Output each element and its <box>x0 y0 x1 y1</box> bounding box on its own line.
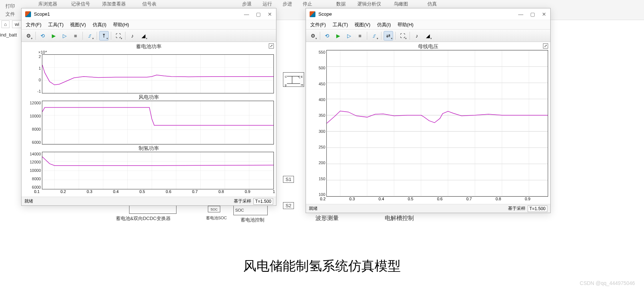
csdn-watermark: CSDN @qq_444975046 <box>580 280 635 286</box>
cursor-button[interactable]: ⇄ <box>384 31 393 40</box>
plot-canvas[interactable] <box>326 50 548 197</box>
maximize-button[interactable]: ▢ <box>256 12 261 17</box>
step-button[interactable]: ▷ <box>60 31 69 40</box>
stop-button[interactable]: ■ <box>71 31 80 40</box>
menu-simulation[interactable]: 仿真(I) <box>377 22 391 28</box>
scope2-plot-area: ⤢ 母线电压5505004504003503002502001501000.20… <box>306 42 550 204</box>
soc-label: 蓄电池SOC <box>206 215 227 221</box>
y-axis: 550500450400350300250200150100 <box>308 50 326 197</box>
scope1-title: Scope1 <box>34 11 244 17</box>
subplot-title: 母线电压 <box>308 43 548 50</box>
run-button[interactable]: ▶ <box>333 31 343 40</box>
menu-view[interactable]: 视图(V) <box>354 22 370 28</box>
model-browser-path: ⌂ wi <box>0 20 23 31</box>
config-button[interactable]: ⚙ <box>308 31 318 40</box>
logic-analyzer: 逻辑分析仪 <box>357 1 381 7</box>
highlight-button[interactable]: ◢ <box>139 31 148 40</box>
autoscale-button[interactable]: ⛶ <box>398 31 407 40</box>
svg-text:E: E <box>301 75 303 78</box>
subplot-title: 制氢功率 <box>24 145 274 152</box>
menu-simulation[interactable]: 仿真(I) <box>93 22 106 28</box>
x-axis: 0.10.20.30.40.50.60.70.80.91 <box>24 189 274 195</box>
scope2-menubar: 文件(F) 工具(T) 视图(V) 仿真(I) 帮助(H) <box>306 20 550 30</box>
print-label: 打印 <box>5 3 15 9</box>
svg-text:g: g <box>285 83 286 86</box>
scope2-title: Scope <box>318 11 518 17</box>
status-ready: 就绪 <box>24 198 33 204</box>
maximize-button[interactable]: ▢ <box>530 12 535 17</box>
menu-file[interactable]: 文件(F) <box>26 22 42 28</box>
x-axis: 0.20.30.40.50.60.70.80.9 <box>308 197 548 202</box>
measurements-button[interactable]: ♪ <box>412 31 422 40</box>
stop-button[interactable]: ■ <box>355 31 365 40</box>
scope1-titlebar[interactable]: Scope1 — ▢ ✕ <box>22 8 276 20</box>
subplot-title: 蓄电池功率 <box>24 43 274 50</box>
subplot: 风电功率120001000080006000 <box>24 94 274 144</box>
plot-canvas[interactable] <box>42 152 274 189</box>
batt-ctrl-label: 蓄电池控制 <box>241 217 264 223</box>
close-button[interactable]: ✕ <box>542 12 547 17</box>
cursor-button[interactable]: ⤒ <box>99 31 109 40</box>
scope1-toolbar: ⚙ ⟲ ▶ ▷ ■ ⎎ ⤒ ⛶ ♪ ◢ <box>22 30 276 42</box>
minimize-button[interactable]: — <box>518 12 523 17</box>
status-sample: 基于采样 <box>234 198 251 204</box>
status-ready: 就绪 <box>309 205 318 212</box>
log-signal: 记录信号 <box>71 1 90 7</box>
scope2-window: Scope — ▢ ✕ 文件(F) 工具(T) 视图(V) 仿真(I) 帮助(H… <box>306 8 551 213</box>
config-button[interactable]: ⚙ <box>24 31 33 40</box>
waveform-label: 波形测量 <box>315 215 339 222</box>
igbt-block: CEgm <box>283 72 304 87</box>
minimize-button[interactable]: — <box>244 12 249 17</box>
model-tab: ind_batt <box>0 32 17 38</box>
menu-help[interactable]: 帮助(H) <box>113 22 129 28</box>
birdseye: 鸟瞰图 <box>394 1 408 7</box>
status-time: T=1.500 <box>253 198 273 205</box>
scope1-menubar: 文件(F) 工具(T) 视图(V) 仿真(I) 帮助(H) <box>22 20 276 30</box>
scope2-titlebar[interactable]: Scope — ▢ ✕ <box>306 8 550 20</box>
step-button[interactable]: ▷ <box>344 31 354 40</box>
subplot-title: 风电功率 <box>24 94 274 101</box>
plot-canvas[interactable] <box>42 54 274 93</box>
step-back: 步退 <box>242 1 252 7</box>
subplot: 蓄电池功率×10⁴210-1 <box>24 43 274 93</box>
y-axis: 14000120001000080006000 <box>24 152 42 189</box>
electrolyzer-label: 电解槽控制 <box>385 215 414 222</box>
triggers-button[interactable]: ⎎ <box>85 31 94 40</box>
step-fwd: 步进 <box>283 1 292 7</box>
status-sample: 基于采样 <box>508 205 525 212</box>
menu-tools[interactable]: 工具(T) <box>333 22 348 28</box>
s2-tag: S2 <box>283 203 294 208</box>
matlab-icon <box>25 11 31 17</box>
subplot: 制氢功率140001200010000800060000.10.20.30.40… <box>24 145 274 195</box>
soc-badge: SOC <box>208 206 220 212</box>
battery-block <box>129 205 176 214</box>
plot-canvas[interactable] <box>42 101 274 144</box>
run-button[interactable]: ▶ <box>49 31 58 40</box>
restart-button[interactable]: ⟲ <box>322 31 332 40</box>
highlight-button[interactable]: ◢ <box>423 31 432 40</box>
y-axis: 120001000080006000 <box>24 101 42 144</box>
close-button[interactable]: ✕ <box>267 12 272 17</box>
menu-tools[interactable]: 工具(T) <box>48 22 64 28</box>
menu-view[interactable]: 视图(V) <box>70 22 86 28</box>
scope2-toolbar: ⚙ ⟲ ▶ ▷ ■ ⎎ ⇄ ⛶ ♪ ◢ <box>306 30 550 42</box>
file-label: 文件 <box>5 11 15 18</box>
triggers-button[interactable]: ⎎ <box>369 31 379 40</box>
expand-plot-icon[interactable]: ⤢ <box>269 43 274 49</box>
y-exponent: ×10⁴ <box>24 50 274 54</box>
signal-table: 信号表 <box>142 1 156 7</box>
menu-file[interactable]: 文件(F) <box>310 22 326 28</box>
scope1-plot-area: ⤢ 蓄电池功率×10⁴210-1风电功率120001000080006000制氢… <box>22 42 276 197</box>
menu-help[interactable]: 帮助(H) <box>397 22 414 28</box>
svg-text:C: C <box>285 75 287 78</box>
stop: 停止 <box>303 1 312 7</box>
lib-browser: 库浏览器 <box>38 1 57 7</box>
restart-button[interactable]: ⟲ <box>38 31 47 40</box>
measurements-button[interactable]: ♪ <box>128 31 137 40</box>
subplot: 母线电压5505004504003503002502001501000.20.3… <box>308 43 548 202</box>
autoscale-button[interactable]: ⛶ <box>113 31 123 40</box>
battery-label: 蓄电池&双向DCDC变换器 <box>116 215 171 222</box>
matlab-icon <box>310 11 315 17</box>
scope1-statusbar: 就绪 基于采样 T=1.500 <box>22 197 276 205</box>
expand-plot-icon[interactable]: ⤢ <box>543 43 548 49</box>
